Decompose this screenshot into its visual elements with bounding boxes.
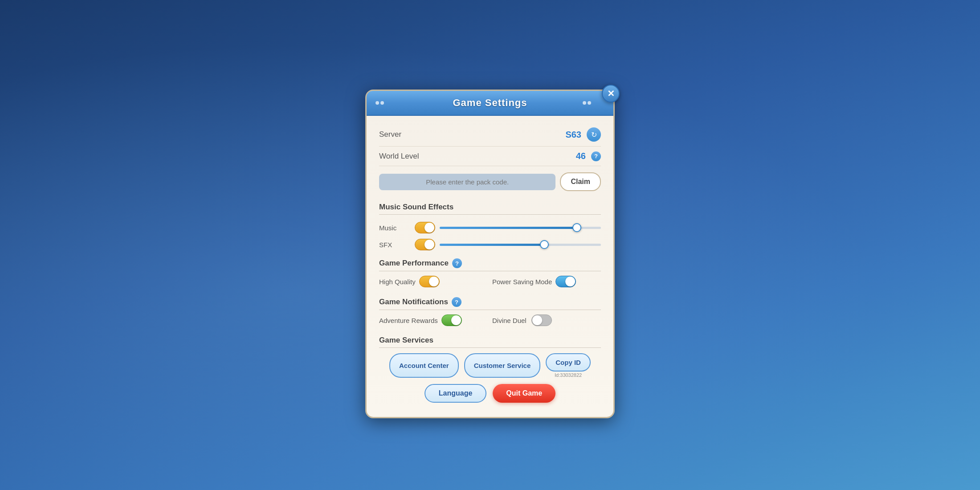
music-slider-container — [440, 227, 601, 229]
close-button[interactable]: ✕ — [602, 85, 620, 102]
music-label: Music — [379, 224, 415, 232]
performance-help-icon[interactable]: ? — [452, 258, 462, 268]
copy-id-wrapper: Copy ID Id:33032822 — [546, 353, 591, 378]
sfx-slider-track[interactable] — [440, 244, 601, 246]
world-level-row: World Level 46 ? — [379, 147, 601, 166]
adventure-rewards-toggle[interactable] — [441, 314, 462, 326]
music-slider-thumb[interactable] — [572, 223, 581, 232]
power-saving-toggle[interactable] — [555, 276, 576, 287]
customer-service-button[interactable]: Customer Service — [464, 353, 541, 378]
game-settings-modal: Game Settings ✕ Server S63 ↻ World Level… — [365, 90, 615, 418]
sfx-label: SFX — [379, 241, 415, 249]
adventure-rewards-setting: Adventure Rewards — [379, 314, 488, 326]
modal-header: Game Settings ✕ — [367, 91, 613, 116]
notifications-help-icon[interactable]: ? — [452, 297, 461, 307]
high-quality-setting: High Quality — [379, 276, 488, 287]
services-section-header: Game Services — [379, 331, 601, 348]
notifications-settings: Adventure Rewards Divine Duel — [379, 314, 601, 326]
sfx-slider-container — [440, 244, 601, 246]
server-label: Server — [379, 130, 401, 139]
services-buttons: Account Center Customer Service Copy ID … — [379, 353, 601, 378]
music-slider-fill — [440, 227, 577, 229]
header-dots-right — [583, 101, 591, 105]
performance-section-title: Game Performance — [379, 259, 449, 268]
pack-code-row: Claim — [379, 172, 601, 191]
music-section-header: Music Sound Effects — [379, 197, 601, 215]
header-dot — [380, 101, 384, 105]
account-center-button[interactable]: Account Center — [389, 353, 459, 378]
divine-duel-toggle[interactable] — [531, 314, 552, 326]
high-quality-label: High Quality — [379, 278, 416, 286]
sfx-setting-row: SFX — [379, 236, 601, 253]
world-level-help-icon[interactable]: ? — [591, 151, 601, 161]
music-section-title: Music Sound Effects — [379, 203, 453, 212]
sfx-toggle-thumb — [425, 240, 434, 249]
modal-content: Server S63 ↻ World Level 46 ? Claim Musi… — [367, 116, 613, 403]
copy-id-sub: Id:33032822 — [555, 372, 582, 378]
adventure-rewards-toggle-thumb — [451, 315, 461, 325]
performance-section-header: Game Performance ? — [379, 253, 601, 271]
music-slider-track[interactable] — [440, 227, 601, 229]
language-button[interactable]: Language — [425, 384, 487, 403]
copy-id-button[interactable]: Copy ID — [546, 353, 591, 372]
notifications-section-header: Game Notifications ? — [379, 292, 601, 310]
sfx-toggle[interactable] — [415, 239, 435, 250]
power-saving-toggle-thumb — [565, 277, 575, 286]
header-dot — [588, 101, 591, 105]
divine-duel-label: Divine Duel — [492, 317, 528, 324]
sfx-slider-thumb[interactable] — [540, 240, 549, 249]
server-row: Server S63 ↻ — [379, 123, 601, 147]
music-toggle-thumb — [425, 223, 434, 233]
performance-settings: High Quality Power Saving Mode — [379, 276, 601, 287]
bottom-buttons: Language Quit Game — [379, 384, 601, 403]
music-toggle[interactable] — [415, 222, 435, 233]
divine-duel-setting: Divine Duel — [492, 314, 601, 326]
header-dot — [376, 101, 379, 105]
adventure-rewards-label: Adventure Rewards — [379, 317, 438, 324]
world-level-value-group: 46 ? — [576, 151, 601, 161]
divine-duel-toggle-thumb — [532, 315, 542, 325]
claim-button[interactable]: Claim — [560, 172, 601, 191]
music-setting-row: Music — [379, 219, 601, 236]
header-dots-left — [376, 101, 384, 105]
modal-title: Game Settings — [453, 97, 527, 109]
server-value: S63 — [565, 130, 581, 140]
pack-code-input[interactable] — [379, 174, 555, 190]
world-level-value: 46 — [576, 151, 586, 161]
header-dot — [583, 101, 586, 105]
refresh-icon[interactable]: ↻ — [587, 127, 601, 142]
world-level-label: World Level — [379, 152, 419, 161]
server-value-group: S63 ↻ — [565, 127, 601, 142]
notifications-section-title: Game Notifications — [379, 298, 448, 306]
high-quality-toggle[interactable] — [419, 276, 440, 287]
power-saving-label: Power Saving Mode — [492, 278, 552, 286]
power-saving-setting: Power Saving Mode — [492, 276, 601, 287]
services-section-title: Game Services — [379, 336, 433, 345]
quit-game-button[interactable]: Quit Game — [493, 384, 555, 403]
sfx-slider-fill — [440, 244, 544, 246]
high-quality-toggle-thumb — [429, 277, 439, 286]
